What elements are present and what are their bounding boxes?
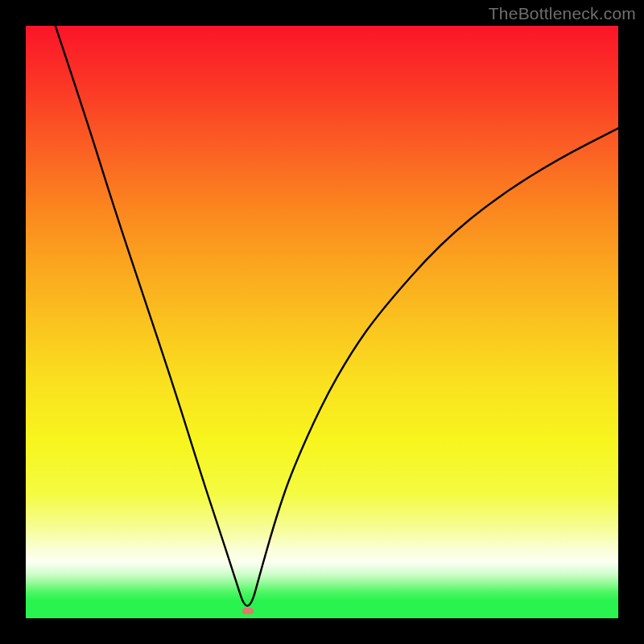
bottleneck-curve xyxy=(26,26,618,618)
plot-area xyxy=(26,26,618,618)
chart-frame: TheBottleneck.com xyxy=(0,0,644,644)
optimum-marker xyxy=(242,608,254,614)
watermark-text: TheBottleneck.com xyxy=(489,4,636,23)
